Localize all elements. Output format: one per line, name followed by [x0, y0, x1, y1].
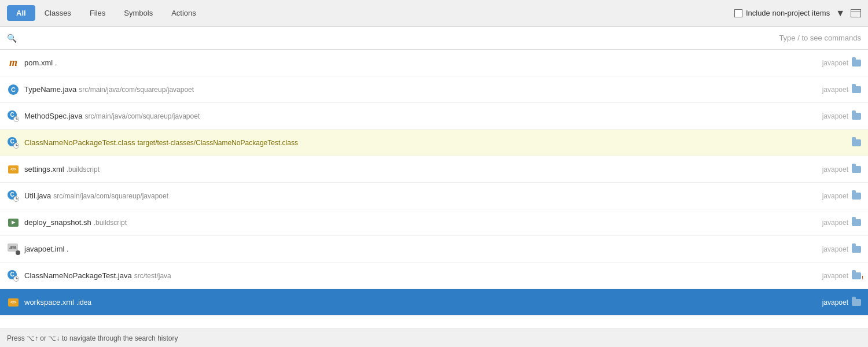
xml-icon: </>: [8, 165, 19, 174]
search-bar: 🔍 Type / to see commands: [0, 27, 868, 50]
tab-all[interactable]: All: [7, 5, 35, 21]
item-project: javapoet: [815, 245, 848, 253]
class-clock-icon: C: [8, 270, 19, 282]
folder-icon: [852, 219, 861, 226]
item-project: javapoet: [815, 86, 848, 94]
item-path: .idea: [76, 298, 91, 307]
file-icon: C: [7, 110, 20, 123]
item-text: MethodSpec.javasrc/main/java/com/squareu…: [24, 112, 815, 120]
item-path: src/main/java/com/squareup/javapoet: [79, 86, 194, 94]
class-icon: C: [8, 84, 19, 95]
item-name: MethodSpec.java: [24, 112, 82, 120]
class-clock-icon: C: [8, 190, 19, 202]
result-list: mpom.xml .javapoetCTypeName.javasrc/main…: [0, 50, 868, 328]
file-icon: C: [7, 83, 20, 96]
item-project: javapoet: [815, 219, 848, 227]
class-clock-icon: C: [8, 110, 19, 122]
filter-icon[interactable]: ▼: [836, 8, 845, 19]
item-name: pom.xml .: [24, 58, 57, 67]
folder-icon: [852, 166, 861, 173]
item-text: deploy_snapshot.sh.buildscript: [24, 218, 815, 227]
list-item[interactable]: .iml javapoet.iml .javapoet: [0, 236, 868, 263]
include-non-project-checkbox[interactable]: Include non-project items: [734, 9, 830, 17]
status-text: Press ⌥↑ or ⌥↓ to navigate through the s…: [7, 334, 178, 342]
item-path: .buildscript: [67, 165, 100, 174]
list-item[interactable]: CTypeName.javasrc/main/java/com/squareup…: [0, 76, 868, 103]
item-name: settings.xml: [24, 165, 64, 174]
item-text: ClassNameNoPackageTest.classtarget/test-…: [24, 138, 848, 147]
folder-icon-wrap: [852, 298, 861, 307]
item-project: javapoet: [815, 165, 848, 174]
tab-classes[interactable]: Classes: [35, 5, 80, 21]
list-item[interactable]: </>workspace.xml.ideajavapoet: [0, 289, 868, 316]
folder-icon-wrap: [852, 191, 861, 201]
item-project: javapoet: [815, 272, 848, 280]
folder-icon-wrap: [852, 85, 861, 94]
item-path: src/main/java/com/squareup/javapoet: [53, 192, 168, 200]
checkbox-box[interactable]: [734, 9, 742, 17]
item-project: javapoet: [815, 59, 848, 67]
search-input[interactable]: [21, 34, 779, 42]
file-icon: C: [7, 136, 20, 149]
item-name: deploy_snapshot.sh: [24, 218, 91, 227]
maven-icon: m: [9, 57, 17, 69]
folder-icon: [852, 139, 861, 146]
item-text: ClassNameNoPackageTest.javasrc/test/java: [24, 271, 815, 280]
list-item[interactable]: mpom.xml .javapoet: [0, 50, 868, 76]
folder-icon: [852, 86, 861, 93]
list-item[interactable]: C ClassNameNoPackageTest.classtarget/tes…: [0, 130, 868, 156]
file-icon: ▶: [7, 216, 20, 229]
file-icon: </>: [7, 163, 20, 176]
folder-icon-wrap: [852, 218, 861, 227]
item-project: javapoet: [815, 298, 848, 307]
item-text: pom.xml .: [24, 58, 815, 67]
list-item[interactable]: C Util.javasrc/main/java/com/squareup/ja…: [0, 183, 868, 209]
item-name: workspace.xml: [24, 298, 74, 307]
tab-files[interactable]: Files: [80, 5, 115, 21]
file-icon: </>: [7, 296, 20, 309]
item-name: ClassNameNoPackageTest.class: [24, 138, 135, 147]
item-text: workspace.xml.idea: [24, 298, 815, 307]
iml-icon: .iml: [8, 243, 19, 255]
window-layout-icon[interactable]: [851, 9, 861, 17]
folder-icon: [852, 113, 861, 120]
item-text: TypeName.javasrc/main/java/com/squareup/…: [24, 85, 815, 94]
item-path: src/test/java: [134, 272, 171, 280]
item-text: settings.xml.buildscript: [24, 165, 815, 174]
list-item[interactable]: C ClassNameNoPackageTest.javasrc/test/ja…: [0, 263, 868, 289]
folder-icon: [852, 60, 861, 67]
sh-icon: ▶: [8, 219, 19, 227]
include-non-project-label: Include non-project items: [746, 9, 830, 17]
file-icon: .iml: [7, 243, 20, 256]
tab-actions[interactable]: Actions: [162, 5, 205, 21]
tab-symbols[interactable]: Symbols: [115, 5, 162, 21]
header-right: Include non-project items ▼: [734, 8, 861, 19]
tab-bar: All Classes Files Symbols Actions Includ…: [0, 0, 868, 27]
list-item[interactable]: ▶deploy_snapshot.sh.buildscriptjavapoet: [0, 209, 868, 236]
file-icon: m: [7, 57, 20, 69]
folder-icon-wrap: [852, 165, 861, 174]
file-icon: C: [7, 270, 20, 282]
item-path: .buildscript: [94, 219, 127, 227]
item-path: src/main/java/com/squareup/javapoet: [84, 112, 200, 120]
item-project: javapoet: [815, 112, 848, 120]
list-item[interactable]: </>settings.xml.buildscriptjavapoet: [0, 156, 868, 183]
folder-icon-wrap: [852, 138, 861, 147]
item-name: javapoet.iml .: [24, 245, 69, 253]
class-clock-icon: C: [8, 137, 19, 149]
item-name: Util.java: [24, 191, 51, 200]
folder-icon-wrap: [852, 271, 861, 280]
item-name: ClassNameNoPackageTest.java: [24, 271, 132, 280]
folder-warn-icon: [852, 272, 861, 279]
list-item[interactable]: C MethodSpec.javasrc/main/java/com/squar…: [0, 103, 868, 130]
item-project: javapoet: [815, 192, 848, 200]
search-icon: 🔍: [7, 34, 17, 43]
search-hint: Type / to see commands: [779, 34, 861, 42]
folder-icon-wrap: [852, 245, 861, 254]
folder-icon: [852, 246, 861, 253]
item-name: TypeName.java: [24, 85, 76, 94]
item-text: Util.javasrc/main/java/com/squareup/java…: [24, 191, 815, 200]
folder-icon-wrap: [852, 58, 861, 68]
status-bar: Press ⌥↑ or ⌥↓ to navigate through the s…: [0, 328, 868, 347]
item-text: javapoet.iml .: [24, 245, 815, 253]
